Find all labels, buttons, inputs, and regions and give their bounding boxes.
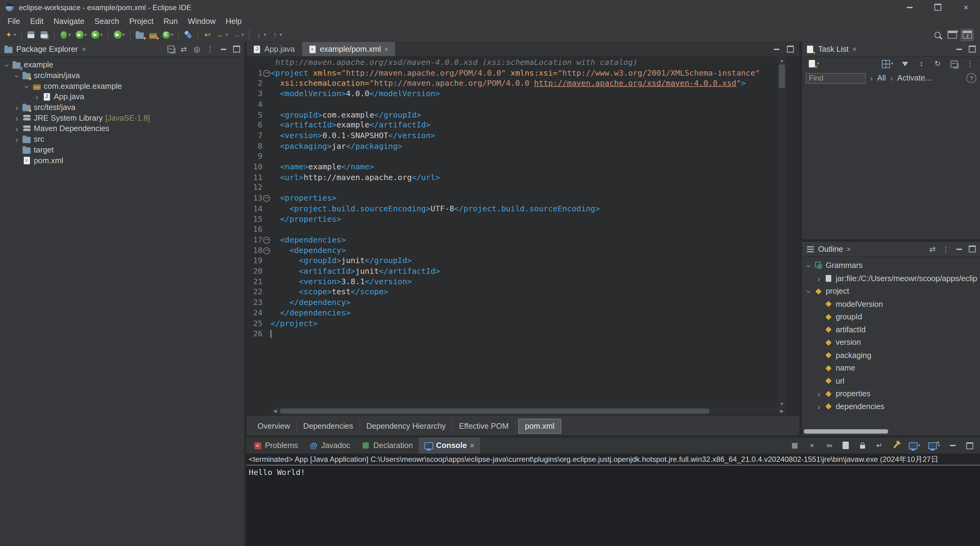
- code-line-18[interactable]: 18 <dependency>: [246, 245, 778, 256]
- tree-item-target[interactable]: target: [0, 144, 245, 155]
- tree-item-project[interactable]: ›project: [802, 285, 980, 298]
- menu-window[interactable]: Window: [183, 15, 221, 27]
- clear-console-button[interactable]: [839, 439, 852, 452]
- last-edit-location-button[interactable]: ↩: [201, 29, 214, 41]
- scroll-left-arrow[interactable]: ◀: [271, 408, 278, 413]
- menu-navigate[interactable]: Navigate: [49, 15, 89, 27]
- tree-item-properties[interactable]: ›properties: [802, 387, 980, 400]
- new-java-package-button[interactable]: +: [147, 29, 159, 41]
- vertical-scrollbar[interactable]: ▲ ▼: [778, 56, 786, 408]
- collapse-arrow-icon[interactable]: ›: [13, 71, 21, 80]
- horizontal-scroll-track[interactable]: [279, 407, 778, 414]
- back-button[interactable]: ←▾: [215, 29, 230, 41]
- fold-marker-icon[interactable]: [263, 70, 270, 76]
- close-tab-icon[interactable]: ×: [384, 45, 388, 54]
- maximize-icon[interactable]: [232, 45, 241, 54]
- tree-item-url[interactable]: url: [802, 375, 980, 387]
- scroll-lock-button[interactable]: [856, 439, 869, 452]
- console-tab-javadoc[interactable]: @Javadoc: [304, 437, 356, 454]
- filter-button[interactable]: [899, 57, 912, 70]
- maximize-icon[interactable]: [967, 245, 976, 254]
- outline-horizontal-scrollbar[interactable]: [802, 427, 980, 436]
- pom-tab-overview[interactable]: Overview: [251, 419, 297, 433]
- maximize-icon[interactable]: [967, 45, 976, 54]
- code-line-15[interactable]: 15 </properties>: [246, 214, 778, 224]
- panel-sash[interactable]: [802, 239, 980, 241]
- save-all-button[interactable]: [38, 29, 50, 41]
- close-view-icon[interactable]: ×: [82, 45, 86, 54]
- collapse-arrow-icon[interactable]: ›: [805, 287, 813, 296]
- code-line-5[interactable]: 5 <groupId>com.example</groupId>: [246, 110, 778, 120]
- collapse-arrow-icon[interactable]: ›: [805, 261, 813, 270]
- open-perspective-button[interactable]: +: [946, 29, 959, 41]
- menu-file[interactable]: File: [2, 15, 25, 27]
- editor-tab-example-pom-xml[interactable]: xexample/pom.xml×: [302, 42, 396, 56]
- pin-console-button[interactable]: [890, 439, 902, 452]
- minimize-icon[interactable]: [772, 45, 781, 54]
- code-line-17[interactable]: 17 <dependencies>: [246, 235, 778, 245]
- terminate-button[interactable]: [789, 439, 802, 452]
- remove-all-launches-button[interactable]: ××: [822, 439, 835, 452]
- debug-button[interactable]: ▾: [57, 29, 73, 41]
- code-line-10[interactable]: 10 <name>example</name>: [246, 162, 778, 172]
- code-line-16[interactable]: 16: [246, 224, 778, 235]
- tree-item-jre-system-library[interactable]: ›JRE System Library[JavaSE-1.8]: [0, 113, 245, 123]
- search-button[interactable]: [182, 29, 194, 41]
- collapse-all-button[interactable]: [948, 57, 960, 70]
- pom-tab-pom-xml[interactable]: pom.xml: [518, 418, 561, 433]
- new-task-button[interactable]: ▾: [806, 57, 821, 70]
- tree-item-app-java[interactable]: ›JApp.java: [0, 91, 245, 102]
- categorized-button[interactable]: ▾: [880, 57, 895, 70]
- editor-body[interactable]: http://maven.apache.org/xsd/maven-4.0.0.…: [246, 56, 800, 408]
- expand-arrow-icon[interactable]: ›: [815, 389, 824, 398]
- code-line-2[interactable]: 2 xsi:schemaLocation="http://maven.apach…: [246, 78, 778, 89]
- vertical-scroll-thumb[interactable]: [779, 64, 785, 88]
- console-output[interactable]: Hello World!: [246, 465, 980, 479]
- console-banner[interactable]: <terminated> App [Java Application] C:\U…: [246, 454, 980, 465]
- code-line-1[interactable]: 1<project xmlns="http://maven.apache.org…: [246, 68, 778, 78]
- tree-item-com-example-example[interactable]: ›com.example.example: [0, 81, 245, 91]
- tree-item-name[interactable]: name: [802, 362, 980, 375]
- code-line-23[interactable]: 23 </dependency>: [246, 298, 778, 308]
- tree-item-src-test-java[interactable]: ›src/test/java: [0, 102, 245, 113]
- sort-button[interactable]: ↕: [915, 57, 928, 70]
- tree-item-jar-file-c-users-meowr-scoop-apps-eclip[interactable]: ›jar:file:/C:/Users/meowr/scoop/apps/ecl…: [802, 272, 980, 285]
- code-line-13[interactable]: 13 <properties>: [246, 193, 778, 204]
- code-line-6[interactable]: 6 <artifactId>example</artifactId>: [246, 120, 778, 130]
- expand-arrow-icon[interactable]: ›: [13, 135, 21, 144]
- code-line-4[interactable]: 4: [246, 99, 778, 110]
- link-with-editor-icon[interactable]: ⇄: [180, 45, 188, 54]
- forward-button[interactable]: →▾: [231, 29, 246, 41]
- expand-arrow-icon[interactable]: ›: [13, 113, 21, 122]
- next-annotation-button[interactable]: ↓▾: [253, 29, 268, 41]
- close-view-icon[interactable]: ×: [852, 45, 856, 54]
- expand-arrow-icon[interactable]: ›: [815, 402, 824, 411]
- horizontal-scroll-thumb[interactable]: [280, 408, 710, 413]
- tree-item-src-main-java[interactable]: ›src/main/java: [0, 70, 245, 81]
- code-line-25[interactable]: 25</project>: [246, 319, 778, 329]
- minimize-button[interactable]: [946, 439, 959, 452]
- close-tab-icon[interactable]: ×: [470, 441, 474, 450]
- menu-edit[interactable]: Edit: [25, 15, 49, 27]
- new-wizard-button[interactable]: ✦▾: [2, 29, 18, 41]
- tree-item-packaging[interactable]: packaging: [802, 349, 980, 362]
- pom-tab-dependency-hierarchy[interactable]: Dependency Hierarchy: [360, 419, 452, 433]
- find-input[interactable]: Find: [806, 73, 866, 84]
- help-icon[interactable]: ?: [966, 73, 976, 83]
- view-menu-button[interactable]: ⋮: [964, 57, 976, 70]
- expand-arrow-icon[interactable]: ›: [13, 103, 21, 112]
- remove-launch-button[interactable]: ×: [806, 439, 818, 452]
- run-button[interactable]: ▶▾: [73, 29, 89, 41]
- tree-item-maven-dependencies[interactable]: ›Maven Dependencies: [0, 123, 245, 134]
- coverage-button[interactable]: ▶▾: [111, 29, 127, 41]
- outline-scroll-thumb[interactable]: [804, 429, 888, 433]
- code-line-24[interactable]: 24 </dependencies>: [246, 308, 778, 319]
- fold-marker-icon[interactable]: [263, 195, 270, 202]
- code-line-26[interactable]: 26: [246, 329, 778, 339]
- activate-button[interactable]: Activate...: [897, 74, 932, 83]
- minimize-icon[interactable]: [955, 45, 964, 54]
- code-line-3[interactable]: 3 <modelVersion>4.0.0</modelVersion>: [246, 89, 778, 99]
- collapse-arrow-icon[interactable]: ›: [22, 81, 31, 90]
- console-tab-problems[interactable]: ×Problems: [248, 437, 304, 454]
- expand-arrow-icon[interactable]: ›: [32, 92, 41, 101]
